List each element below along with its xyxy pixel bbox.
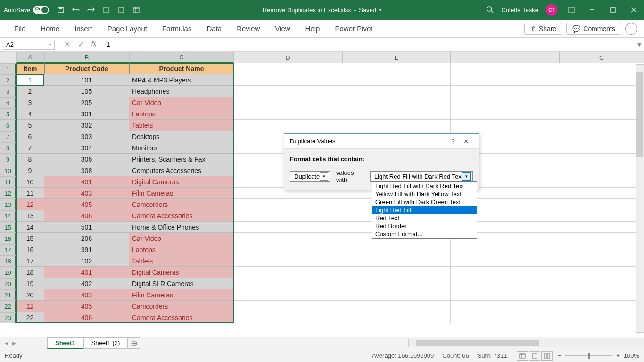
cell-2-B[interactable]: 101: [44, 74, 129, 86]
cell-7-C[interactable]: Desktops: [129, 131, 234, 142]
cell-2-A[interactable]: 1: [16, 74, 44, 86]
cell-2-C[interactable]: MP4 & MP3 Players: [129, 74, 234, 86]
row-header-23[interactable]: 23: [0, 312, 16, 323]
cell-2-G[interactable]: [559, 74, 644, 86]
formula-input[interactable]: 1: [102, 41, 635, 48]
header-cell-C[interactable]: Product Name: [129, 63, 234, 74]
header-cell-A[interactable]: Item: [16, 63, 44, 74]
cell-19-A[interactable]: 18: [16, 267, 44, 278]
cell-20-A[interactable]: 19: [16, 278, 44, 289]
cell-3-E[interactable]: [342, 86, 451, 97]
vertical-scrollbar[interactable]: [636, 64, 644, 333]
cell-23-B[interactable]: 406: [44, 312, 129, 323]
cell-14-G[interactable]: [559, 210, 644, 222]
cell-1-F[interactable]: [451, 63, 559, 74]
cell-1-D[interactable]: [234, 63, 342, 74]
cell-17-D[interactable]: [234, 244, 342, 255]
cell-10-C[interactable]: Computers Accessories: [129, 165, 234, 176]
view-page-break-icon[interactable]: [541, 351, 553, 361]
search-icon[interactable]: [486, 6, 494, 15]
cell-5-A[interactable]: 4: [16, 108, 44, 120]
cell-23-C[interactable]: Camera Accessories: [129, 312, 234, 323]
dropdown-option[interactable]: Custom Format...: [372, 230, 477, 238]
cell-13-A[interactable]: 12: [16, 199, 44, 210]
cell-14-C[interactable]: Camera Accessories: [129, 210, 234, 222]
comments-button[interactable]: 💬 Comments: [566, 23, 621, 35]
row-header-2[interactable]: 2: [0, 74, 16, 86]
cell-4-B[interactable]: 205: [44, 97, 129, 108]
cell-7-A[interactable]: 6: [16, 131, 44, 142]
cell-13-D[interactable]: [234, 199, 342, 210]
cell-14-A[interactable]: 13: [16, 210, 44, 222]
cell-5-F[interactable]: [451, 108, 559, 120]
chevron-down-icon[interactable]: ▾: [379, 8, 381, 13]
column-header-C[interactable]: C: [129, 52, 234, 63]
cell-15-C[interactable]: Home & Office Phones: [129, 222, 234, 233]
name-box[interactable]: A2 ▾: [3, 40, 55, 50]
dropdown-option[interactable]: Yellow Fill with Dark Yellow Text: [372, 190, 477, 198]
cell-22-B[interactable]: 405: [44, 301, 129, 312]
cell-3-D[interactable]: [234, 86, 342, 97]
cell-4-C[interactable]: Car Video: [129, 97, 234, 108]
row-header-18[interactable]: 18: [0, 255, 16, 267]
cell-15-B[interactable]: 501: [44, 222, 129, 233]
row-header-1[interactable]: 1: [0, 63, 16, 74]
cell-22-C[interactable]: Camcorders: [129, 301, 234, 312]
zoom-in-icon[interactable]: +: [616, 352, 620, 359]
column-header-A[interactable]: A: [16, 52, 44, 63]
cell-4-F[interactable]: [451, 97, 559, 108]
cell-7-B[interactable]: 303: [44, 131, 129, 142]
dropdown-option[interactable]: Green Fill with Dark Green Text: [372, 198, 477, 206]
cell-9-C[interactable]: Printers, Scanners & Fax: [129, 154, 234, 165]
cell-16-D[interactable]: [234, 233, 342, 244]
cell-5-G[interactable]: [559, 108, 644, 120]
redo-icon[interactable]: [87, 6, 95, 14]
row-header-15[interactable]: 15: [0, 222, 16, 233]
view-normal-icon[interactable]: [517, 351, 528, 361]
row-header-7[interactable]: 7: [0, 131, 16, 142]
column-header-E[interactable]: E: [342, 52, 451, 63]
row-header-3[interactable]: 3: [0, 86, 16, 97]
cell-6-A[interactable]: 5: [16, 120, 44, 131]
cell-12-B[interactable]: 403: [44, 188, 129, 199]
cell-10-A[interactable]: 9: [16, 165, 44, 176]
cell-16-C[interactable]: Car Video: [129, 233, 234, 244]
cell-17-A[interactable]: 16: [16, 244, 44, 255]
view-page-layout-icon[interactable]: [529, 351, 540, 361]
cell-13-G[interactable]: [559, 199, 644, 210]
cell-19-E[interactable]: [342, 267, 451, 278]
row-header-19[interactable]: 19: [0, 267, 16, 278]
cell-5-B[interactable]: 301: [44, 108, 129, 120]
cell-8-G[interactable]: [559, 142, 644, 154]
tab-page-layout[interactable]: Page Layout: [100, 25, 155, 33]
cell-22-A[interactable]: 12: [16, 301, 44, 312]
cell-19-B[interactable]: 401: [44, 267, 129, 278]
cell-21-E[interactable]: [342, 289, 451, 301]
minimize-icon[interactable]: [586, 3, 599, 16]
row-header-16[interactable]: 16: [0, 233, 16, 244]
cell-18-A[interactable]: 17: [16, 255, 44, 267]
cell-14-D[interactable]: [234, 210, 342, 222]
cell-19-C[interactable]: Digital Cameras: [129, 267, 234, 278]
cell-8-B[interactable]: 304: [44, 142, 129, 154]
cell-10-B[interactable]: 308: [44, 165, 129, 176]
cell-19-F[interactable]: [451, 267, 559, 278]
cell-10-G[interactable]: [559, 165, 644, 176]
cell-22-G[interactable]: [559, 301, 644, 312]
cell-6-G[interactable]: [559, 120, 644, 131]
zoom-slider[interactable]: [565, 355, 612, 356]
cell-22-F[interactable]: [451, 301, 559, 312]
cell-5-D[interactable]: [234, 108, 342, 120]
cell-20-D[interactable]: [234, 278, 342, 289]
cell-4-A[interactable]: 3: [16, 97, 44, 108]
cell-23-F[interactable]: [451, 312, 559, 323]
cell-6-F[interactable]: [451, 120, 559, 131]
cell-23-G[interactable]: [559, 312, 644, 323]
cell-15-A[interactable]: 14: [16, 222, 44, 233]
cell-2-D[interactable]: [234, 74, 342, 86]
dropdown-option[interactable]: Light Red Fill: [372, 206, 477, 214]
chevron-down-icon[interactable]: ▾: [49, 42, 51, 47]
cell-17-C[interactable]: Laptops: [129, 244, 234, 255]
cell-21-F[interactable]: [451, 289, 559, 301]
cell-20-B[interactable]: 402: [44, 278, 129, 289]
